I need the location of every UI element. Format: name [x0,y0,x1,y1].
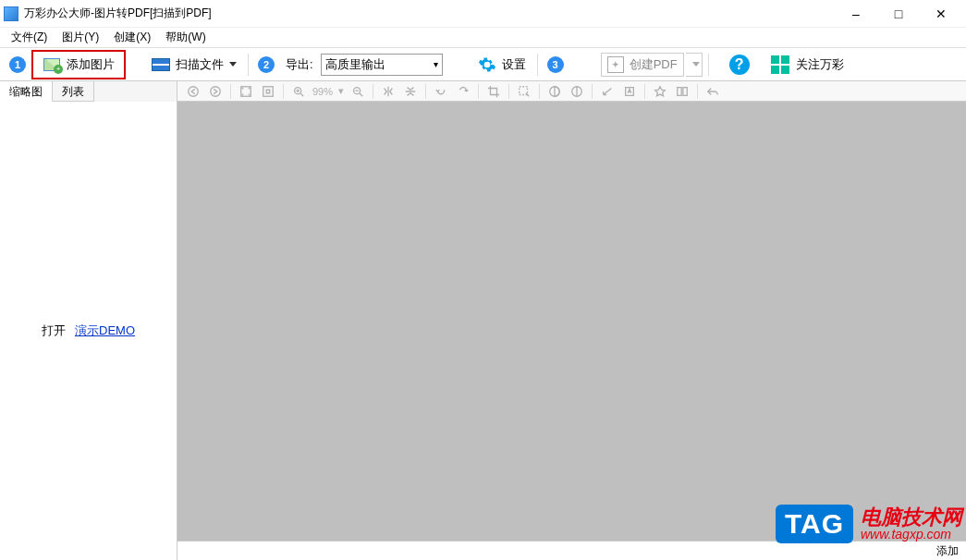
flip-v-icon[interactable] [400,83,421,100]
watermark-line1: 电脑技术网 [861,507,962,528]
separator [248,54,249,76]
menubar: 文件(Z) 图片(Y) 创建(X) 帮助(W) [0,28,966,48]
qr-icon [770,55,790,75]
rotate-right-icon[interactable] [453,83,473,100]
create-pdf-dropdown[interactable] [686,53,703,77]
maximize-button[interactable]: □ [877,0,920,28]
deskew-icon[interactable] [597,83,618,100]
separator [537,54,538,76]
step-3-badge: 3 [547,56,564,73]
rotate-left-icon[interactable] [431,83,451,100]
dropdown-icon [229,62,237,67]
output-value: 高质里输出 [325,56,385,73]
tab-thumbnail[interactable]: 缩略图 [0,81,53,102]
brightness-icon[interactable] [567,83,587,100]
create-pdf-button[interactable]: ✦ 创建PDF [601,53,684,77]
status-bar: 添加 [177,541,966,560]
status-hint: 添加 [936,543,959,559]
zoom-dropdown[interactable]: ▾ [336,85,346,97]
window-controls: – □ ✕ [835,0,962,28]
left-tabs: 缩略图 列表 [0,81,177,102]
add-image-highlight: + 添加图片 [31,50,126,79]
mark-icon[interactable] [650,83,670,100]
right-pane: 99% ▾ 添加 [177,81,966,560]
fit-actual-icon[interactable] [258,83,278,100]
svg-rect-3 [263,86,274,96]
watermark-tag: TAG [776,505,853,543]
left-body: 打开 演示DEMO [0,102,177,560]
menu-create[interactable]: 创建(X) [106,28,158,47]
add-image-icon: + [43,55,61,74]
watermark: TAG 电脑技术网 www.tagxp.com [776,505,962,543]
contrast-icon[interactable] [544,83,565,100]
left-pane: 缩略图 列表 打开 演示DEMO [0,81,177,560]
main-toolbar: 1 + 添加图片 扫描文件 2 导出: 高质里输出 ▾ 设置 3 ✦ 创建PDF [0,48,966,81]
split-icon[interactable] [672,83,692,100]
nav-last-icon[interactable] [205,83,226,100]
help-button[interactable]: ? [729,55,750,75]
scan-file-label: 扫描文件 [176,56,224,73]
content-area: 缩略图 列表 打开 演示DEMO 99% ▾ [0,81,966,560]
selection-icon[interactable] [514,83,534,100]
settings-button[interactable]: 设置 [472,52,532,78]
svg-point-0 [189,86,199,96]
zoom-out-icon[interactable] [348,83,368,100]
fit-window-icon[interactable] [236,83,256,100]
scan-file-button[interactable]: 扫描文件 [146,52,242,78]
menu-file[interactable]: 文件(Z) [4,28,55,47]
titlebar: 万彩办公大师-图片转PDF[扫描到PDF] – □ ✕ [0,0,966,28]
separator [708,54,709,76]
app-icon [4,6,18,21]
crop-icon[interactable] [483,83,504,100]
zoom-level: 99% [311,86,335,97]
edit-toolbar: 99% ▾ [177,81,966,102]
add-image-button[interactable]: + 添加图片 [37,52,120,78]
window-title: 万彩办公大师-图片转PDF[扫描到PDF] [24,6,212,21]
svg-point-1 [211,86,221,96]
output-label: 导出: [286,56,313,73]
open-label: 打开 [42,323,66,339]
tab-list[interactable]: 列表 [53,81,94,102]
gear-icon [478,55,496,74]
menu-help[interactable]: 帮助(W) [158,28,213,47]
auto-icon[interactable] [619,83,640,100]
follow-label: 关注万彩 [796,56,844,73]
add-image-label: 添加图片 [67,56,115,73]
settings-label: 设置 [502,56,526,73]
svg-rect-11 [683,87,687,95]
close-button[interactable]: ✕ [920,0,962,28]
output-quality-select[interactable]: 高质里输出 ▾ [321,54,443,76]
create-pdf-label: 创建PDF [630,56,678,73]
demo-link[interactable]: 演示DEMO [75,323,135,339]
step-2-badge: 2 [258,56,275,73]
minimize-button[interactable]: – [835,0,877,28]
flip-h-icon[interactable] [378,83,398,100]
svg-rect-10 [678,87,681,95]
preview-canvas [177,102,966,541]
step-1-badge: 1 [9,56,26,73]
undo-icon[interactable] [703,83,723,100]
follow-button[interactable]: 关注万彩 [764,52,850,78]
watermark-line2: www.tagxp.com [861,528,962,541]
zoom-in-icon[interactable] [288,83,309,100]
scanner-icon [152,55,170,74]
pdf-icon: ✦ [607,56,624,73]
nav-first-icon[interactable] [183,83,203,100]
menu-image[interactable]: 图片(Y) [55,28,106,47]
